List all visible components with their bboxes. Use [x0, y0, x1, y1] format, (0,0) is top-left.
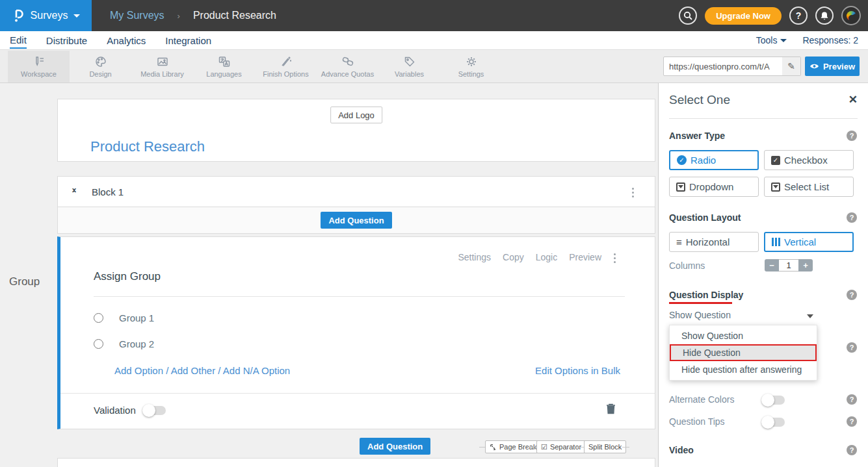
tools-menu[interactable]: Tools [756, 35, 787, 45]
block-header: ⌄⌃ Block 1 [57, 176, 655, 207]
connector-line [622, 447, 629, 448]
alternate-colors-toggle[interactable] [763, 396, 785, 405]
answer-type-dropdown-button[interactable]: Dropdown [669, 177, 759, 197]
survey-url-box: ✎ [663, 57, 801, 76]
notifications-button[interactable] [815, 6, 834, 25]
add-option-link[interactable]: Add Option [114, 365, 163, 376]
toolbar-item-advance-quotas[interactable]: Advance Quotas [317, 51, 378, 82]
question-settings-link[interactable]: Settings [458, 252, 491, 262]
tab-analytics[interactable]: Analytics [107, 32, 146, 49]
question-title[interactable]: Assign Group [94, 270, 161, 283]
block-menu-dots-icon[interactable] [632, 188, 634, 197]
answer-type-radio-button[interactable]: ✓ Radio [669, 150, 759, 170]
add-logo-button[interactable]: Add Logo [330, 107, 382, 123]
question-footer-divider [60, 393, 655, 394]
upgrade-now-button[interactable]: Upgrade Now [705, 7, 782, 25]
question-menu-dots-icon[interactable] [614, 253, 616, 263]
search-button[interactable] [679, 6, 697, 25]
tools-label: Tools [756, 35, 778, 45]
answer-type-help-icon[interactable]: ? [847, 131, 857, 141]
delete-question-trash-icon[interactable] [606, 403, 616, 417]
columns-decrement-button[interactable]: − [765, 259, 779, 271]
chain-link-icon [341, 55, 354, 68]
columns-increment-button[interactable]: + [798, 259, 813, 271]
columns-value-input[interactable] [779, 259, 798, 271]
question-title-divider [94, 296, 625, 297]
tab-distribute[interactable]: Distribute [46, 32, 87, 49]
split-block-button[interactable]: Split Block [584, 440, 626, 453]
add-question-button-bottom[interactable]: Add Question [360, 438, 430, 455]
product-switcher[interactable]: Surveys [0, 0, 92, 31]
toolbar-item-finish-options[interactable]: Finish Options [255, 51, 317, 82]
select-caret-icon[interactable] [807, 314, 813, 318]
answer-type-select-list-button[interactable]: Select List [764, 177, 854, 197]
add-question-button-top[interactable]: Add Question [321, 212, 391, 229]
toolbar-item-languages[interactable]: Languages [193, 51, 255, 82]
question-preview-link[interactable]: Preview [569, 252, 601, 262]
edit-url-pencil-icon[interactable]: ✎ [782, 57, 800, 75]
survey-header-card: Add Logo Product Research [57, 99, 655, 162]
question-layout-help-icon[interactable]: ? [847, 212, 857, 223]
question-tips-help-icon[interactable]: ? [847, 416, 857, 427]
menu-item-hide-question[interactable]: Hide Question [670, 344, 817, 361]
magic-wand-icon [280, 55, 293, 68]
question-card: Settings Copy Logic Preview Assign Group… [57, 236, 655, 429]
responses-count[interactable]: Responses: 2 [802, 35, 858, 45]
question-logic-link[interactable]: Logic [536, 252, 557, 262]
breadcrumb-current-survey: Product Research [193, 10, 276, 21]
hidden-section-help-icon[interactable]: ? [847, 342, 857, 353]
menu-item-hide-after-answering[interactable]: Hide question after answering [670, 361, 817, 378]
alternate-colors-label: Alternate Colors [669, 394, 734, 405]
collapse-block-icon[interactable]: ⌄⌃ [71, 185, 77, 197]
breadcrumb-my-surveys[interactable]: My Surveys [110, 10, 164, 21]
annotation-underline [669, 302, 732, 304]
survey-title[interactable]: Product Research [90, 138, 205, 155]
option-label[interactable]: Group 1 [119, 312, 154, 323]
add-question-strip: Add Question [57, 207, 655, 234]
nav-tabs: Edit Distribute Analytics Integration [10, 31, 211, 49]
toolbar-item-design[interactable]: Design [70, 51, 131, 82]
question-display-help-icon[interactable]: ? [847, 290, 857, 300]
validation-toggle[interactable] [144, 406, 166, 415]
validation-label: Validation [94, 405, 136, 416]
radio-option-2[interactable] [94, 339, 103, 349]
search-icon [683, 11, 693, 21]
question-copy-link[interactable]: Copy [503, 252, 524, 262]
answer-option-row: Group 1 [94, 312, 154, 323]
radio-option-1[interactable] [94, 313, 103, 323]
toolbar-item-workspace[interactable]: Workspace [8, 51, 70, 82]
answer-type-checkbox-button[interactable]: ✓ Checkbox [764, 150, 854, 170]
account-avatar[interactable] [841, 6, 861, 25]
horizontal-bars-icon: ≡ [676, 237, 682, 247]
add-other-link[interactable]: Add Other [171, 365, 215, 376]
bell-icon [820, 11, 829, 21]
alternate-colors-help-icon[interactable]: ? [847, 394, 857, 405]
help-button[interactable]: ? [789, 6, 808, 25]
edit-options-in-bulk-link[interactable]: Edit Options in Bulk [535, 365, 620, 376]
question-tips-toggle[interactable] [763, 418, 785, 427]
video-help-icon[interactable]: ? [847, 445, 857, 455]
video-label: Video [669, 445, 694, 455]
close-icon[interactable]: ✕ [848, 93, 858, 107]
columns-label: Columns [669, 260, 705, 271]
toolbar-item-variables[interactable]: Variables [378, 51, 440, 82]
option-label[interactable]: Group 2 [119, 338, 154, 349]
breadcrumb: My Surveys › Product Research [110, 10, 276, 21]
answer-option-row: Group 2 [94, 338, 154, 349]
product-menu-label: Surveys [31, 10, 68, 21]
layout-vertical-button[interactable]: Vertical [764, 232, 854, 252]
menu-item-show-question[interactable]: Show Question [670, 327, 817, 344]
toolbar-item-media-library[interactable]: Media Library [131, 51, 193, 82]
tab-edit[interactable]: Edit [10, 32, 27, 49]
toolbar-item-settings[interactable]: Settings [440, 51, 502, 82]
question-display-select[interactable]: Show Question [669, 310, 811, 323]
tab-integration[interactable]: Integration [165, 32, 211, 49]
add-na-option-link[interactable]: Add N/A Option [223, 365, 290, 376]
check-circle-icon: ✓ [677, 155, 687, 165]
block-title[interactable]: Block 1 [92, 186, 124, 197]
survey-url-input[interactable] [664, 62, 782, 71]
layout-horizontal-button[interactable]: ≡ Horizontal [669, 232, 759, 252]
separator-checkbox-icon: ☑ [541, 443, 547, 451]
editor-toolbar: Workspace Design Media Library Languages [0, 51, 868, 83]
preview-button[interactable]: Preview [805, 57, 860, 76]
